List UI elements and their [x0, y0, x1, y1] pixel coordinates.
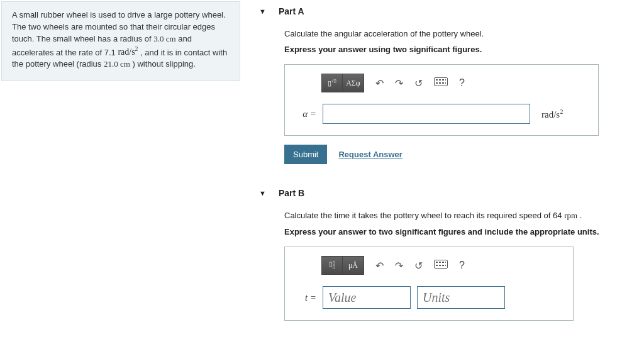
problem-text: A small rubber wheel is used to drive a …	[12, 10, 226, 43]
part-a-prompt: Calculate the angular acceleration of th…	[284, 29, 631, 38]
t-units-input[interactable]	[417, 286, 505, 309]
part-b-header[interactable]: ▼ Part B	[259, 183, 631, 211]
alpha-input[interactable]	[323, 104, 530, 124]
part-a-toolbar: ▯√▯ ΑΣφ ↶ ↷ ↺ ?	[296, 74, 587, 92]
help-icon[interactable]: ?	[459, 260, 465, 271]
problem-statement: A small rubber wheel is used to drive a …	[1, 1, 240, 81]
template-icon: ▯√▯	[328, 79, 336, 87]
t-label: t =	[296, 292, 316, 303]
submit-button[interactable]: Submit	[284, 145, 327, 164]
part-a: ▼ Part A Calculate the angular accelerat…	[259, 1, 631, 164]
alpha-label: α =	[296, 109, 316, 119]
part-a-answer-box: ▯√▯ ΑΣφ ↶ ↷ ↺ ? α =	[284, 64, 599, 136]
help-icon[interactable]: ?	[459, 77, 465, 89]
part-b-answer-box: ▯▯▯ μÅ ↶ ↷ ↺ ? t =	[284, 247, 574, 321]
undo-icon[interactable]: ↶	[375, 77, 384, 89]
reset-icon[interactable]: ↺	[414, 260, 423, 272]
alpha-unit: rad/s2	[541, 108, 563, 120]
keyboard-icon[interactable]	[434, 77, 448, 89]
problem-text: ) without slipping.	[132, 59, 195, 69]
rate-unit: rad/s2	[118, 47, 138, 57]
greek-label: ΑΣφ	[346, 79, 360, 88]
part-a-header[interactable]: ▼ Part A	[259, 1, 631, 29]
request-answer-link[interactable]: Request Answer	[338, 150, 402, 159]
radius-small: 3.0 cm	[153, 34, 175, 43]
templates-button[interactable]: ▯▯▯	[321, 256, 343, 275]
part-b-instruction: Express your answer to two significant f…	[284, 227, 631, 236]
part-b-title: Part B	[279, 188, 304, 198]
keyboard-icon[interactable]	[434, 260, 448, 271]
part-a-title: Part A	[279, 6, 304, 16]
redo-icon[interactable]: ↷	[395, 77, 403, 89]
greek-button[interactable]: ΑΣφ	[343, 74, 364, 92]
radius-large: 21.0 cm	[104, 59, 130, 69]
part-b-toolbar: ▯▯▯ μÅ ↶ ↷ ↺ ?	[296, 256, 562, 275]
templates-button[interactable]: ▯√▯	[321, 74, 343, 92]
caret-down-icon: ▼	[259, 8, 266, 15]
units-symbols-label: μÅ	[348, 261, 358, 270]
template-icon: ▯▯▯	[329, 261, 335, 270]
units-symbols-button[interactable]: μÅ	[343, 256, 364, 275]
part-a-instruction: Express your answer using two significan…	[284, 45, 631, 54]
t-value-input[interactable]	[323, 286, 411, 309]
redo-icon[interactable]: ↷	[395, 260, 403, 272]
part-b-prompt: Calculate the time it takes the pottery …	[284, 211, 631, 221]
reset-icon[interactable]: ↺	[414, 77, 423, 89]
part-b: ▼ Part B Calculate the time it takes the…	[259, 183, 631, 321]
caret-down-icon: ▼	[259, 189, 266, 197]
undo-icon[interactable]: ↶	[375, 260, 384, 272]
